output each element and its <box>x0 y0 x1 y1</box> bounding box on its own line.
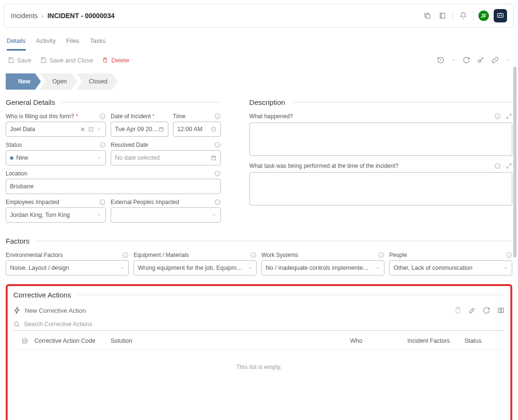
refresh-icon[interactable] <box>483 307 490 314</box>
chevron-down-icon[interactable] <box>212 213 217 217</box>
info-icon[interactable] <box>99 142 106 148</box>
save-close-label: Save and Close <box>50 57 93 64</box>
section-factors-label: Factors <box>6 237 30 245</box>
location-input[interactable]: Brisbane <box>6 179 221 194</box>
header-bar: Incidents › INCIDENT - 00000034 JF <box>4 4 514 28</box>
info-icon[interactable] <box>494 163 501 169</box>
filler-input[interactable]: Joel Data ✕ <box>6 122 106 137</box>
chevron-down-icon[interactable] <box>375 266 380 270</box>
corrective-actions-section: Corrective Actions New Corrective Action <box>6 284 512 420</box>
chevron-down-icon[interactable] <box>248 266 252 270</box>
info-icon[interactable] <box>494 113 501 120</box>
svg-point-24 <box>14 322 18 326</box>
key-icon[interactable] <box>477 56 485 64</box>
tab-files[interactable]: Files <box>66 35 79 51</box>
col-factors[interactable]: Incident Factors <box>407 338 465 344</box>
work-select[interactable]: No / inadequate controls implemente… <box>261 260 384 276</box>
resolved-label: Resolved Date <box>111 142 148 148</box>
link-icon[interactable] <box>491 56 499 64</box>
emp-impacted-select[interactable]: Jordan King, Tom King <box>6 207 106 223</box>
svg-rect-1 <box>497 13 503 17</box>
chevron-down-icon[interactable] <box>97 213 102 217</box>
calendar-icon[interactable] <box>158 126 164 132</box>
divider <box>473 11 474 20</box>
select-all-icon[interactable] <box>15 338 34 344</box>
chevron-down-icon[interactable] <box>97 127 102 132</box>
breadcrumb: Incidents › INCIDENT - 00000034 <box>11 12 114 20</box>
svg-point-4 <box>478 60 481 62</box>
edit-icon[interactable] <box>468 307 476 314</box>
stage-new[interactable]: New <box>6 73 41 90</box>
col-code[interactable]: Corrective Action Code <box>34 338 111 344</box>
new-corrective-action-button[interactable]: New Corrective Action <box>13 307 86 314</box>
svg-rect-6 <box>159 128 163 132</box>
save-button[interactable]: Save <box>8 57 31 64</box>
info-icon[interactable] <box>99 199 106 205</box>
col-status[interactable]: Status <box>465 338 503 344</box>
env-factors-select[interactable]: Noise, Layout / design <box>6 260 129 276</box>
expand-icon[interactable] <box>506 163 512 169</box>
status-select[interactable]: New <box>6 150 106 165</box>
info-icon[interactable] <box>122 252 129 258</box>
copy-icon[interactable] <box>422 10 433 21</box>
time-label: Time <box>173 113 186 120</box>
scrollbar[interactable] <box>513 67 517 257</box>
tab-tasks[interactable]: Tasks <box>90 35 105 51</box>
info-icon[interactable] <box>214 199 221 205</box>
what-task-label: What task was being performed at the tim… <box>249 163 399 169</box>
col-solution[interactable]: Solution <box>111 338 350 344</box>
chevron-down-icon[interactable] <box>97 155 102 160</box>
info-icon[interactable] <box>378 252 384 258</box>
svg-point-2 <box>499 15 499 16</box>
new-ca-label: New Corrective Action <box>25 307 86 314</box>
info-icon[interactable] <box>506 252 512 258</box>
header-actions: JF <box>422 9 507 22</box>
save-close-button[interactable]: Save and Close <box>40 57 93 64</box>
ca-table-head: Corrective Action Code Solution Who Inci… <box>13 331 505 349</box>
info-icon[interactable] <box>99 113 106 120</box>
people-select[interactable]: Other, Lack of communication <box>389 260 512 276</box>
time-input[interactable]: 12:00 AM <box>173 122 221 137</box>
breadcrumb-root[interactable]: Incidents <box>11 12 38 20</box>
history-icon[interactable] <box>437 56 445 64</box>
status-label: Status <box>6 142 22 148</box>
calendar-icon[interactable] <box>211 155 217 161</box>
info-icon[interactable] <box>214 113 221 120</box>
resolved-input[interactable]: No date selected <box>111 150 221 165</box>
info-icon[interactable] <box>214 142 221 148</box>
breadcrumb-current: INCIDENT - 00000034 <box>47 12 114 20</box>
clipboard-icon[interactable] <box>454 307 462 314</box>
tab-details[interactable]: Details <box>7 35 26 51</box>
info-icon[interactable] <box>250 252 257 258</box>
delete-label: Delete <box>111 57 129 64</box>
clear-icon[interactable]: ✕ <box>80 126 85 133</box>
section-corrective-label: Corrective Actions <box>13 291 71 299</box>
date-incident-input[interactable]: Tue Apr 09 20… <box>111 122 168 137</box>
search-corrective-actions[interactable]: Search Corrective Actions <box>13 318 505 331</box>
info-icon[interactable] <box>214 170 221 177</box>
delete-button[interactable]: Delete <box>102 57 129 64</box>
open-icon[interactable] <box>88 126 94 132</box>
chevron-down-icon[interactable] <box>503 266 508 270</box>
chat-icon[interactable] <box>494 9 507 22</box>
stage-open[interactable]: Open <box>40 73 78 90</box>
chevron-down-icon[interactable] <box>506 58 510 62</box>
expand-icon[interactable] <box>506 113 512 120</box>
refresh-icon[interactable] <box>463 56 470 64</box>
stage-bar: New Open Closed <box>6 73 512 90</box>
what-task-textarea[interactable] <box>249 172 512 205</box>
col-who[interactable]: Who <box>350 338 407 344</box>
tab-activity[interactable]: Activity <box>36 35 56 51</box>
stage-closed[interactable]: Closed <box>76 73 118 90</box>
avatar[interactable]: JF <box>478 10 489 21</box>
bell-icon[interactable] <box>458 10 468 21</box>
ext-impacted-select[interactable] <box>111 207 221 223</box>
columns-icon[interactable] <box>497 307 505 314</box>
what-happened-textarea[interactable] <box>249 123 512 156</box>
equip-select[interactable]: Wrong equipment for the job, Equipm… <box>134 260 257 276</box>
svg-point-3 <box>501 15 501 16</box>
book-icon[interactable] <box>437 10 448 21</box>
chevron-down-icon[interactable] <box>451 58 456 62</box>
clock-icon[interactable] <box>211 126 217 132</box>
chevron-down-icon[interactable] <box>120 266 124 270</box>
